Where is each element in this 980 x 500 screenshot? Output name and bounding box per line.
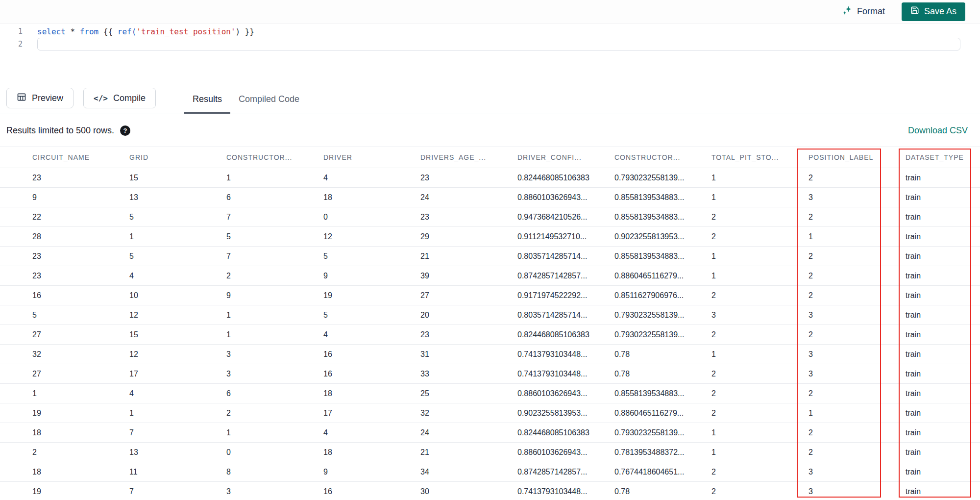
table-cell: 0.78 [607,482,704,500]
table-cell: 23 [413,325,510,344]
tab-compiled-code[interactable]: Compiled Code [230,88,308,114]
format-button[interactable]: Format [842,5,885,18]
table-cell: 28 [24,227,122,246]
table-cell: 2 [704,286,801,305]
table-cell: train [898,207,980,226]
top-toolbar: Format Save As [0,0,980,24]
table-cell: train [898,482,980,500]
table-cell: 9 [24,188,122,207]
table-row: 23575210.8035714285714...0.8558139534883… [0,247,980,266]
table-cell: 21 [413,247,510,266]
table-cell: 18 [24,423,122,442]
table-cell: 1 [219,305,316,325]
table-cell: 2 [704,325,801,344]
table-cell: 2 [704,403,801,423]
table-cell: 0 [219,443,316,462]
table-cell: 2 [801,384,898,403]
table-cell: 5 [316,247,413,266]
results-meta-bar: Results limited to 500 rows. ? Download … [0,114,980,147]
table-row: 281512290.9112149532710...0.902325581395… [0,227,980,247]
table-cell: 19 [316,286,413,305]
table-cell: 25 [413,384,510,403]
table-cell: 9 [316,462,413,481]
table-cell: 21 [413,443,510,462]
table-cell: 4 [316,168,413,187]
download-csv-link[interactable]: Download CSV [908,125,968,136]
table-row: 51215200.8035714285714...0.7930232558139… [0,305,980,325]
table-cell: 12 [316,227,413,246]
jinja-open-braces: {{ [98,27,118,36]
table-cell: 33 [413,364,510,383]
table-cell: 0.8558139534883... [607,188,704,207]
table-cell: 18 [316,443,413,462]
sparkles-icon [842,5,852,18]
table-cell: 12 [122,305,219,325]
preview-button[interactable]: Preview [6,88,74,108]
table-cell: 4 [316,423,413,442]
table-cell: 1 [801,403,898,423]
table-cell: 0.78 [607,345,704,364]
table-cell: 0.8558139534883... [607,384,704,403]
table-cell: 0.7413793103448... [510,345,607,364]
table-cell: 1 [219,325,316,344]
table-cell: 2 [801,423,898,442]
table-cell: 31 [413,345,510,364]
sql-keyword: select [37,27,66,36]
compile-button[interactable]: </> Compile [83,88,156,108]
code-editor-line-2[interactable]: 2 [0,38,980,50]
table-row: 191217320.9023255813953...0.886046511627… [0,403,980,423]
table-cell: 0.8860465116279... [607,403,704,423]
table-row: 23429390.8742857142857...0.8860465116279… [0,266,980,286]
table-cell: 0.8860465116279... [607,266,704,285]
table-cell: 4 [316,325,413,344]
table-cell: 0.8860103626943... [510,188,607,207]
table-cell: 0.824468085106383 [510,423,607,442]
tab-results[interactable]: Results [184,88,230,114]
table-cell: train [898,227,980,246]
table-cell: 1 [704,188,801,207]
compile-button-label: Compile [113,93,146,103]
save-as-button[interactable]: Save As [902,2,965,21]
table-header-row: CIRCUIT_NAMEGRIDCONSTRUCTOR...DRIVERDRIV… [0,147,980,168]
table-cell: 9 [316,266,413,285]
line-number: 2 [0,40,23,49]
table-cell: 1 [801,227,898,246]
table-cell: train [898,247,980,266]
table-cell: 39 [413,266,510,285]
table-cell: 24 [413,188,510,207]
table-cell: 4 [122,266,219,285]
help-icon[interactable]: ? [120,125,130,136]
table-cell: train [898,364,980,383]
table-cell: 18 [316,188,413,207]
table-cell: 3 [801,305,898,325]
table-cell: 1 [219,423,316,442]
column-header: POSITION_LABEL [801,153,898,161]
table-cell: 0.824468085106383 [510,168,607,187]
table-cell: 27 [24,364,122,383]
table-cell: 0.9023255813953... [607,227,704,246]
format-button-label: Format [857,6,885,17]
table-cell: 13 [122,443,219,462]
table-cell: 30 [413,482,510,500]
code-editor-line-1[interactable]: 1 select * from {{ ref('train_test_posit… [0,25,980,38]
editor-empty-line[interactable] [37,38,960,50]
table-row: 1610919270.9171974522292...0.85116279069… [0,286,980,305]
table-body: 231514230.8244680851063830.7930232558139… [0,168,980,500]
table-cell: 0.7930232558139... [607,325,704,344]
table-cell: 23 [24,266,122,285]
table-row: 213018210.8860103626943...0.781395348837… [0,443,980,462]
table-cell: 7 [122,482,219,500]
table-cell: 7 [219,247,316,266]
sql-editor[interactable]: 1 select * from {{ ref('train_test_posit… [0,24,980,50]
table-cell: 5 [122,247,219,266]
table-cell: 32 [413,403,510,423]
table-cell: 1 [704,423,801,442]
line-number: 1 [0,27,23,36]
table-cell: 0.7930232558139... [607,168,704,187]
table-cell: 12 [122,345,219,364]
table-cell: 0.8558139534883... [607,207,704,226]
column-header: DRIVER_CONFI... [510,153,607,161]
table-row: 22570230.9473684210526...0.8558139534883… [0,207,980,227]
table-cell: 0.7674418604651... [607,462,704,481]
table-cell: 2 [801,443,898,462]
